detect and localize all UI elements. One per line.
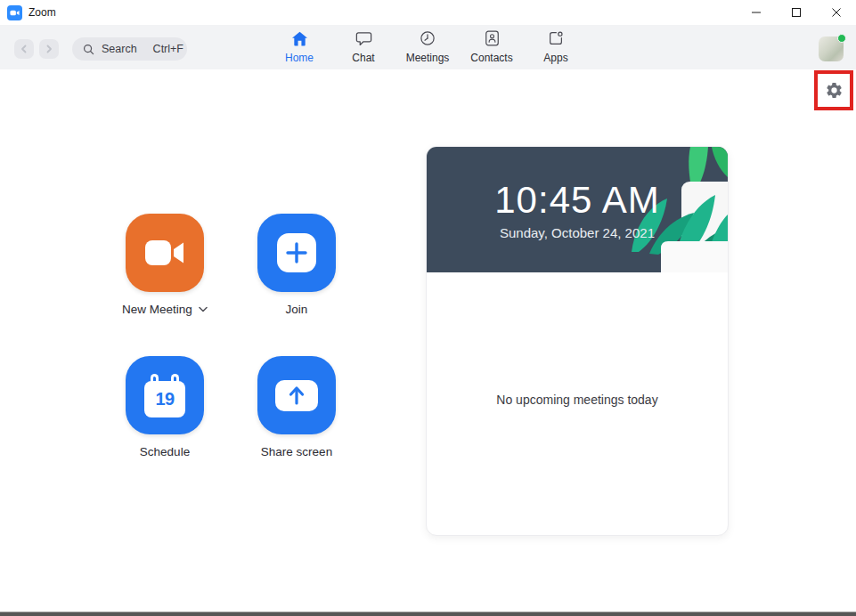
window-title: Zoom [29, 6, 56, 19]
settings-highlight-rectangle [814, 70, 853, 110]
video-camera-icon [144, 238, 185, 268]
current-date: Sunday, October 24, 2021 [500, 225, 655, 240]
calendar-icon: 19 [144, 381, 185, 417]
toolbar: Search Ctrl+F Home Chat Meetings [0, 25, 856, 69]
new-meeting-button[interactable] [126, 214, 204, 292]
current-time: 10:45 AM [494, 179, 659, 222]
clock-icon [420, 30, 436, 50]
chevron-down-icon[interactable] [199, 306, 208, 312]
tab-contacts-label: Contacts [470, 52, 512, 64]
minimize-button[interactable] [736, 0, 776, 25]
tab-home[interactable]: Home [267, 25, 331, 69]
titlebar: Zoom [0, 0, 856, 25]
search-shortcut: Ctrl+F [153, 43, 183, 55]
avatar[interactable] [819, 36, 844, 61]
contact-card-icon [485, 30, 500, 50]
tab-apps-label: Apps [543, 52, 567, 64]
tab-chat-label: Chat [352, 52, 374, 64]
share-screen-button[interactable] [257, 356, 336, 434]
search-placeholder: Search [102, 43, 137, 55]
maximize-button[interactable] [776, 0, 816, 25]
calendar-ring-right [171, 374, 179, 383]
meetings-panel: 10:45 AM Sunday, October 24, 2021 No upc… [426, 146, 729, 536]
presence-dot [837, 34, 846, 43]
forward-button[interactable] [39, 39, 59, 59]
join-button[interactable] [257, 214, 336, 292]
join-label: Join [216, 303, 377, 316]
tab-meetings[interactable]: Meetings [395, 25, 460, 69]
window-bottom-edge [0, 612, 856, 616]
up-arrow-icon [275, 380, 318, 411]
new-meeting-label: New Meeting [122, 303, 192, 316]
time-card: 10:45 AM Sunday, October 24, 2021 [427, 147, 728, 272]
tab-bar: Home Chat Meetings Contacts [267, 25, 588, 69]
schedule-button[interactable]: 19 [126, 356, 204, 434]
tab-contacts[interactable]: Contacts [460, 25, 524, 69]
search-icon [83, 44, 94, 55]
calendar-ring-left [151, 374, 159, 383]
tab-home-label: Home [285, 52, 314, 64]
tab-meetings-label: Meetings [406, 52, 450, 64]
no-meetings-message: No upcoming meetings today [427, 272, 728, 536]
settings-button[interactable] [825, 81, 844, 100]
close-button[interactable] [816, 0, 856, 25]
calendar-day: 19 [155, 389, 174, 409]
app-identity: Zoom [0, 5, 56, 20]
gear-icon [825, 81, 844, 100]
zoom-window: Zoom Search Ctrl+F [0, 0, 856, 616]
window-controls [736, 0, 856, 25]
plus-icon [277, 233, 316, 272]
share-screen-label: Share screen [216, 445, 377, 458]
chat-icon [355, 31, 372, 50]
home-icon [291, 31, 308, 50]
back-button[interactable] [14, 39, 34, 59]
clock-block: 10:45 AM Sunday, October 24, 2021 [427, 147, 728, 272]
zoom-app-icon [7, 5, 22, 20]
tab-apps[interactable]: Apps [524, 25, 588, 69]
apps-icon [548, 30, 564, 50]
tab-chat[interactable]: Chat [331, 25, 395, 69]
search-input[interactable]: Search Ctrl+F [72, 37, 187, 61]
